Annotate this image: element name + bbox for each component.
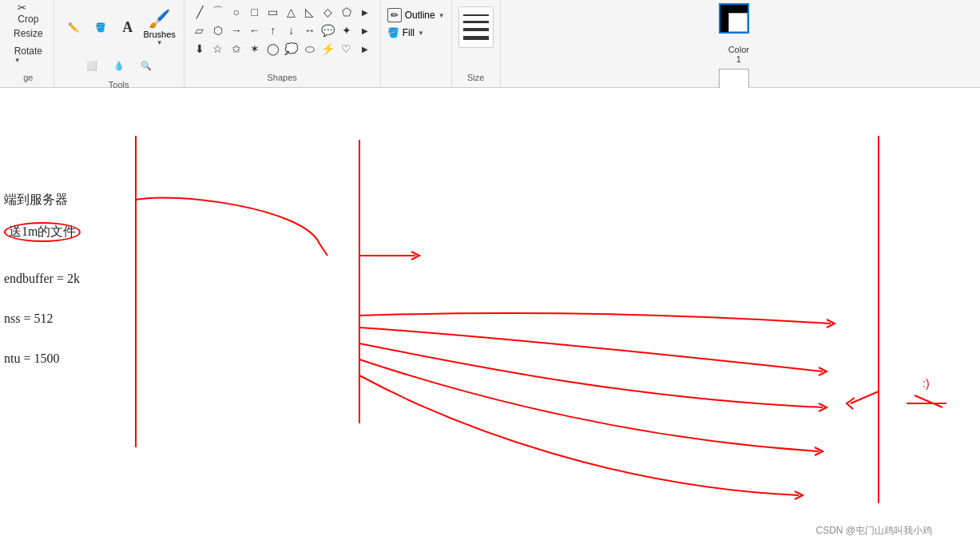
color1-bg [728,13,748,32]
brushes-button[interactable]: 🖌️ Brushes ▼ [142,3,177,51]
more-shapes[interactable]: ▶ [356,3,374,21]
star-shape[interactable]: ☆ [209,40,227,58]
svg-text::): :) [922,377,930,390]
text-label-1: 端到服务器 [4,192,68,208]
image-section-label: ge [23,73,33,84]
eraser-button[interactable]: ⬜ [79,53,105,78]
more2-shapes[interactable]: ▶ [356,22,374,39]
rect-shape[interactable]: □ [246,3,264,21]
parallelogram-shape[interactable]: ▱ [191,22,208,39]
outline-button[interactable]: ✏ Outline ▼ [387,8,445,22]
diamond-shape[interactable]: ◇ [319,3,337,21]
fill-button[interactable]: 🪣 Fill ▼ [387,27,445,38]
oval-shape[interactable]: ○ [228,3,245,21]
image-section: ✂ Crop Resize Rotate ▼ ge [3,0,54,87]
left-arrow-shape[interactable]: ← [246,22,264,39]
rounded-rect-shape[interactable]: ▭ [264,3,282,21]
color1-label: Color1 [728,45,749,64]
fill-dropdown-arrow: ▼ [418,30,424,37]
more3-shapes[interactable]: ▶ [356,40,374,58]
star4-shape[interactable]: ✦ [338,22,355,39]
size-section: Size [452,0,501,87]
curve-shape[interactable]: ⌒ [209,3,227,21]
down-arrow2-shape[interactable]: ⬇ [191,40,208,58]
brushes-dropdown-arrow: ▼ [157,39,163,46]
rotate-dropdown-arrow: ▼ [14,57,21,64]
heart-shape[interactable]: ♡ [338,40,355,58]
shapes-section: ╱ ⌒ ○ □ ▭ △ ◺ ◇ ⬠ ▶ ▱ ⬡ → ← ↑ ↓ ↔ 💬 ✦ [184,0,381,87]
toolbar: ✂ Crop Resize Rotate ▼ ge ✏️ 🪣 A [0,0,980,88]
shapes-section-label: Shapes [268,73,297,84]
fill-button[interactable]: 🪣 [88,14,113,40]
lightning-shape[interactable]: ⚡ [319,40,337,58]
rt-triangle-shape[interactable]: ◺ [301,3,319,21]
text-label-3: endbuffer = 2k [4,272,80,286]
tools-section: ✏️ 🪣 A 🖌️ Brushes ▼ ⬜ 💧 🔍 Tools [54,0,184,87]
image-tools-row: ✂ Crop [14,3,42,22]
line-shape[interactable]: ╱ [191,3,208,21]
size-section-label: Size [467,73,484,84]
right-arrow-shape[interactable]: → [228,22,245,39]
oval3-shape[interactable]: ⬭ [301,40,319,58]
magnifier-button[interactable]: 🔍 [133,53,159,78]
watermark: CSDN @屯门山鸡叫我小鸡 [815,524,932,538]
colors-section: Color1 Color2 Edit colors Colors [501,0,977,87]
resize-row: Resize [10,24,47,43]
pencil-button[interactable]: ✏️ [61,14,86,40]
oval2-shape[interactable]: ◯ [264,40,282,58]
star5-shape[interactable]: ✩ [228,40,245,58]
text-label-2-circled: 送1m的文件 [4,222,81,242]
4way-arrow-shape[interactable]: ↔ [301,22,319,39]
pentagon-shape[interactable]: ⬠ [338,3,355,21]
callout-shape[interactable]: 💬 [319,22,337,39]
text-button[interactable]: A [115,14,141,40]
color-picker-button[interactable]: 💧 [106,53,132,78]
outline-fill-section: ✏ Outline ▼ 🪣 Fill ▼ [381,0,452,87]
text-label-5: ntu = 1500 [4,351,59,366]
rotate-button[interactable]: Rotate ▼ [10,45,46,64]
hexagon-shape[interactable]: ⬡ [209,22,227,39]
color1-group: Color1 [719,3,759,64]
size-selector[interactable] [458,6,494,48]
canvas-area[interactable]: :) 端到服务器 送1m的文件 endbuffer = 2k nss = 512… [0,88,980,544]
speech-shape[interactable]: 💭 [283,40,300,58]
tools-row2: ⬜ 💧 🔍 [79,53,159,78]
text-label-4: nss = 512 [4,312,53,326]
outline-dropdown-arrow: ▼ [438,12,445,19]
rotate-row: Rotate ▼ [10,45,46,64]
shapes-grid-top: ╱ ⌒ ○ □ ▭ △ ◺ ◇ ⬠ ▶ ▱ ⬡ → ← ↑ ↓ ↔ 💬 ✦ [191,3,374,58]
down-arrow-shape[interactable]: ↓ [283,22,300,39]
triangle-shape[interactable]: △ [283,3,300,21]
resize-button[interactable]: Resize [10,24,47,43]
star6-shape[interactable]: ✶ [246,40,264,58]
drawing-canvas: :) [0,88,980,544]
up-arrow-shape[interactable]: ↑ [264,22,282,39]
tools-row1: ✏️ 🪣 A 🖌️ Brushes ▼ [61,3,177,51]
crop-button[interactable]: ✂ Crop [14,3,42,22]
